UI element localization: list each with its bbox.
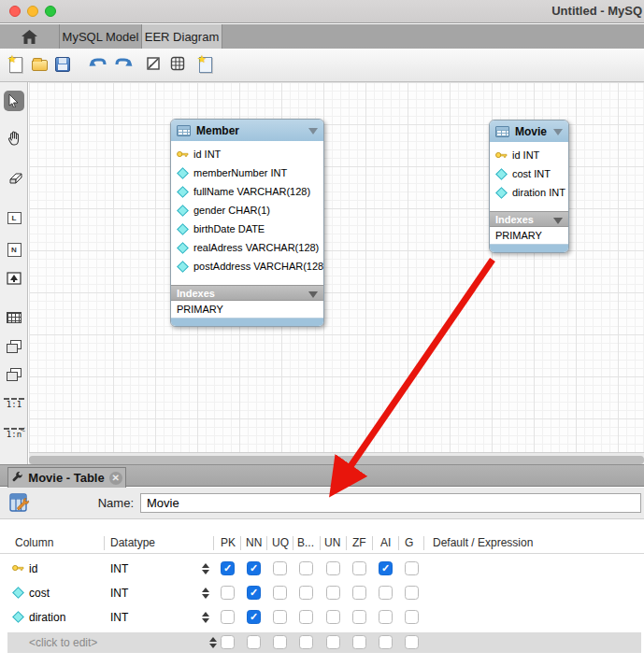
new-model-button[interactable]: ★ <box>7 56 26 75</box>
checkbox-pk[interactable] <box>221 610 235 624</box>
checkbox-g[interactable] <box>405 610 419 624</box>
checkbox-ai[interactable] <box>379 561 393 575</box>
checkbox-b[interactable] <box>299 586 313 600</box>
cell-datatype[interactable]: INT <box>110 611 128 624</box>
eraser-tool[interactable] <box>4 168 24 189</box>
tab-eer-diagram[interactable]: EER Diagram <box>142 24 222 49</box>
grid-row-new-column[interactable]: <click to edit> <box>7 632 641 653</box>
column-row[interactable]: realAdress VARCHAR(128) <box>171 238 323 257</box>
checkbox-uq[interactable] <box>273 610 287 624</box>
collapse-triangle-icon[interactable] <box>308 128 318 135</box>
cell-column-name[interactable]: cost <box>29 587 50 600</box>
checkbox-un[interactable] <box>326 635 340 649</box>
checkbox-un[interactable] <box>326 586 340 600</box>
pan-tool[interactable] <box>4 128 24 149</box>
checkbox-zf[interactable] <box>352 586 366 600</box>
title-bar: Untitled - MySQ <box>0 0 644 23</box>
relationship-1-n-tool[interactable]: < 1:n <box>2 428 26 439</box>
checkbox-g[interactable] <box>405 586 419 600</box>
undo-button[interactable] <box>89 56 107 75</box>
table-node-header[interactable]: Member <box>171 120 323 141</box>
checkbox-nn[interactable] <box>247 586 261 600</box>
checkbox-ai[interactable] <box>379 635 393 649</box>
checkbox-g[interactable] <box>405 561 419 575</box>
toggle-grid-button[interactable] <box>170 56 189 75</box>
checkbox-g[interactable] <box>405 635 419 649</box>
save-model-button[interactable] <box>54 56 73 75</box>
datatype-stepper[interactable] <box>208 636 218 649</box>
column-row[interactable]: id INT <box>490 146 568 164</box>
layer-tool[interactable]: L <box>4 207 24 228</box>
column-row[interactable]: memberNumber INT <box>171 163 323 182</box>
column-row[interactable]: fullName VARCHAR(128) <box>171 182 323 201</box>
column-row[interactable]: diration INT <box>490 183 568 202</box>
cell-placeholder[interactable]: <click to edit> <box>29 636 97 649</box>
note-tool[interactable]: N <box>4 239 24 260</box>
checkbox-uq[interactable] <box>273 586 287 600</box>
new-diagram-button[interactable]: ★ <box>197 56 216 75</box>
image-tool[interactable] <box>4 268 24 289</box>
grid-row-cost[interactable]: cost INT <box>0 581 644 605</box>
checkbox-pk[interactable] <box>221 561 235 575</box>
collapse-triangle-icon[interactable] <box>553 129 563 135</box>
checkbox-un[interactable] <box>326 610 340 624</box>
checkbox-ai[interactable] <box>379 586 393 600</box>
table-node-member[interactable]: Member id INT memberNumber INT fullName … <box>170 119 324 327</box>
grid-row-id[interactable]: id INT <box>0 557 644 581</box>
indexes-section-header[interactable]: Indexes <box>490 211 568 227</box>
checkbox-uq[interactable] <box>273 635 287 649</box>
grid-row-diration[interactable]: diration INT <box>0 605 644 630</box>
checkbox-nn[interactable] <box>247 635 261 649</box>
view-tool[interactable] <box>4 336 24 357</box>
checkbox-zf[interactable] <box>352 610 366 624</box>
cell-column-name[interactable]: id <box>29 562 37 575</box>
checkbox-b[interactable] <box>299 635 313 649</box>
open-model-button[interactable] <box>31 56 50 75</box>
zoom-window-button[interactable] <box>45 6 56 17</box>
table-node-movie[interactable]: Movie id INT cost INT diration INT Index… <box>489 120 569 253</box>
column-row[interactable]: birthDate DATE <box>171 220 323 238</box>
column-row[interactable]: postAddress VARCHAR(128) <box>171 257 323 276</box>
index-row[interactable]: PRIMARY <box>490 227 568 245</box>
scrollbar-thumb[interactable] <box>29 456 644 464</box>
checkbox-b[interactable] <box>299 610 313 624</box>
table-name-input[interactable] <box>140 493 641 513</box>
editor-tab-movie-table[interactable]: Movie - Table ✕ <box>7 467 126 488</box>
checkbox-un[interactable] <box>326 561 340 575</box>
column-row[interactable]: cost INT <box>490 164 568 183</box>
cell-column-name[interactable]: diration <box>29 611 65 624</box>
checkbox-nn[interactable] <box>247 561 261 575</box>
minimize-window-button[interactable] <box>27 6 38 17</box>
collapse-triangle-icon[interactable] <box>553 218 563 224</box>
tab-home[interactable] <box>0 24 60 49</box>
checkbox-zf[interactable] <box>352 561 366 575</box>
datatype-stepper[interactable] <box>201 611 210 624</box>
collapse-triangle-icon[interactable] <box>308 291 318 298</box>
checkbox-b[interactable] <box>299 561 313 575</box>
index-row[interactable]: PRIMARY <box>171 301 323 319</box>
checkbox-pk[interactable] <box>221 586 235 600</box>
datatype-stepper[interactable] <box>201 562 210 575</box>
cell-datatype[interactable]: INT <box>110 562 128 575</box>
checkbox-nn[interactable] <box>247 610 261 624</box>
table-tool[interactable] <box>4 307 24 328</box>
canvas-horizontal-scrollbar[interactable] <box>29 452 644 464</box>
selection-tool[interactable] <box>4 91 24 111</box>
indexes-section-header[interactable]: Indexes <box>171 285 323 301</box>
close-window-button[interactable] <box>9 6 21 17</box>
close-icon[interactable]: ✕ <box>109 472 122 485</box>
column-row[interactable]: id INT <box>171 145 323 163</box>
tab-mysql-model[interactable]: MySQL Model <box>60 24 142 49</box>
checkbox-uq[interactable] <box>273 561 287 575</box>
redo-button[interactable] <box>114 56 133 75</box>
routine-group-tool[interactable] <box>4 364 24 385</box>
cell-datatype[interactable]: INT <box>110 587 128 600</box>
datatype-stepper[interactable] <box>201 587 210 600</box>
relationship-1-1-tool[interactable]: 1:1 <box>2 398 26 409</box>
toggle-pen-button[interactable] <box>146 56 165 75</box>
checkbox-zf[interactable] <box>352 635 366 649</box>
checkbox-ai[interactable] <box>379 610 393 624</box>
checkbox-pk[interactable] <box>221 635 235 649</box>
table-node-header[interactable]: Movie <box>490 120 568 142</box>
column-row[interactable]: gender CHAR(1) <box>171 201 323 220</box>
